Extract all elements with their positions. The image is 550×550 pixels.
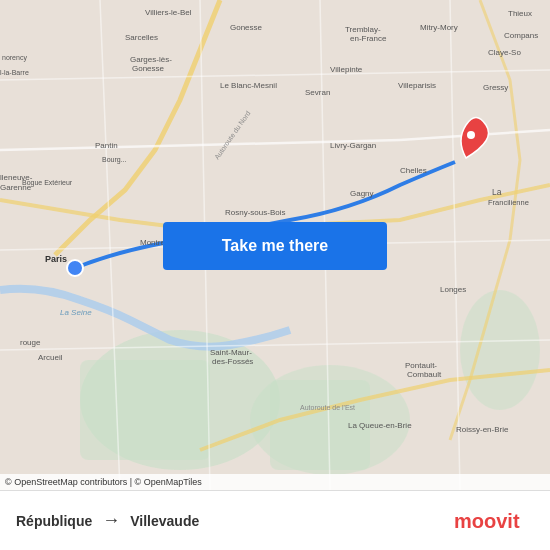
- svg-point-60: [67, 260, 83, 276]
- svg-text:Sarcelles: Sarcelles: [125, 33, 158, 42]
- svg-text:Livry-Gargan: Livry-Gargan: [330, 141, 376, 150]
- svg-text:Arcueil: Arcueil: [38, 353, 63, 362]
- svg-text:Chelles: Chelles: [400, 166, 427, 175]
- moovit-logo-svg: moovit: [454, 506, 534, 536]
- map-container: Villiers-le-Bel Sarcelles Gonesse Trembl…: [0, 0, 550, 490]
- svg-text:des-Fossés: des-Fossés: [212, 357, 253, 366]
- svg-text:Garenne: Garenne: [0, 183, 32, 192]
- bottom-bar: République → Villevaude moovit: [0, 490, 550, 550]
- svg-text:Gagny: Gagny: [350, 189, 374, 198]
- svg-text:Rosny-sous-Bois: Rosny-sous-Bois: [225, 208, 285, 217]
- svg-text:Villiers-le-Bel: Villiers-le-Bel: [145, 8, 192, 17]
- destination-label: Villevaude: [130, 513, 199, 529]
- take-me-there-button[interactable]: Take me there: [163, 222, 387, 270]
- svg-text:Thieux: Thieux: [508, 9, 532, 18]
- svg-text:en-France: en-France: [350, 34, 387, 43]
- svg-text:Claye-So: Claye-So: [488, 48, 521, 57]
- arrow-right-icon: →: [102, 510, 120, 531]
- svg-text:Bourg...: Bourg...: [102, 156, 127, 164]
- route-info: République → Villevaude: [16, 510, 199, 531]
- svg-text:La Queue-en-Brie: La Queue-en-Brie: [348, 421, 412, 430]
- svg-text:Mitry-Mory: Mitry-Mory: [420, 23, 458, 32]
- svg-text:Le Blanc-Mesnil: Le Blanc-Mesnil: [220, 81, 277, 90]
- svg-text:Paris: Paris: [45, 254, 67, 264]
- svg-point-61: [467, 131, 475, 139]
- svg-text:Garges-lès-: Garges-lès-: [130, 55, 172, 64]
- svg-text:moovit: moovit: [454, 510, 520, 532]
- svg-text:Gonesse: Gonesse: [132, 64, 165, 73]
- attribution-text: © OpenStreetMap contributors | © OpenMap…: [5, 477, 202, 487]
- svg-text:Compans: Compans: [504, 31, 538, 40]
- svg-text:Combault: Combault: [407, 370, 442, 379]
- svg-text:Gonesse: Gonesse: [230, 23, 263, 32]
- origin-label: République: [16, 513, 92, 529]
- svg-text:Saint-Maur-: Saint-Maur-: [210, 348, 252, 357]
- svg-text:rouge: rouge: [20, 338, 41, 347]
- svg-text:Sevran: Sevran: [305, 88, 330, 97]
- svg-text:lleneuve-: lleneuve-: [0, 173, 33, 182]
- svg-text:Gressy: Gressy: [483, 83, 508, 92]
- svg-text:Villepinte: Villepinte: [330, 65, 363, 74]
- svg-text:Pontault-: Pontault-: [405, 361, 437, 370]
- map-attribution: © OpenStreetMap contributors | © OpenMap…: [0, 474, 550, 490]
- svg-text:La Seine: La Seine: [60, 308, 92, 317]
- moovit-logo: moovit: [454, 506, 534, 536]
- svg-text:Villeparisis: Villeparisis: [398, 81, 436, 90]
- svg-text:l-la-Barre: l-la-Barre: [0, 69, 29, 76]
- svg-point-3: [460, 290, 540, 410]
- svg-text:Longes: Longes: [440, 285, 466, 294]
- svg-text:Roissy-en-Brie: Roissy-en-Brie: [456, 425, 509, 434]
- svg-text:La: La: [492, 187, 502, 197]
- svg-text:Tremblay-: Tremblay-: [345, 25, 381, 34]
- svg-text:Pantin: Pantin: [95, 141, 118, 150]
- svg-rect-4: [80, 360, 210, 460]
- svg-text:Autoroute de l'Est: Autoroute de l'Est: [300, 404, 355, 411]
- svg-text:Francilienne: Francilienne: [488, 198, 529, 207]
- svg-text:norency: norency: [2, 54, 27, 62]
